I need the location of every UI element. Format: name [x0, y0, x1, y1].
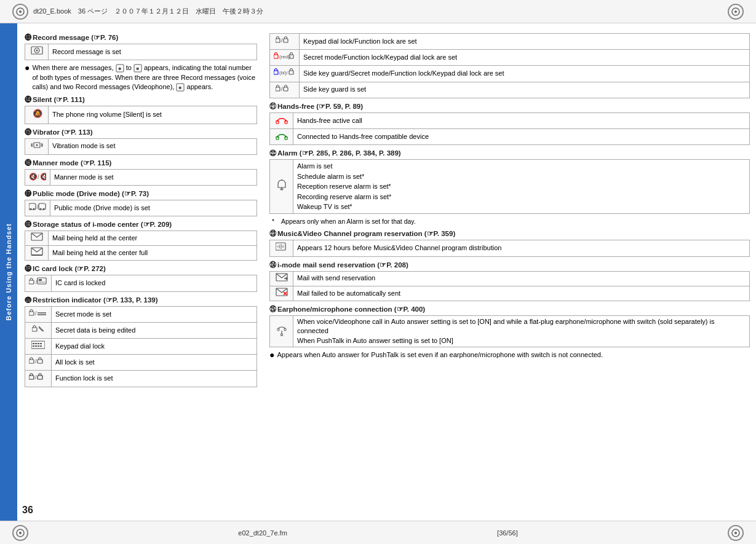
bottom-filename: e02_dt20_7e.fm: [238, 529, 287, 537]
svg-point-3: [734, 10, 737, 13]
sec20-desc5: Function lock is set: [52, 371, 257, 387]
svg-rect-37: [29, 280, 34, 284]
sec15-title: Vibrator (☞P. 113): [33, 128, 93, 136]
alarm-list: Alarm is set Schedule alarm is set* Rece…: [297, 161, 746, 212]
sec19-desc: IC card is locked: [52, 275, 257, 291]
svg-point-1: [19, 10, 22, 13]
sec17-title: Public mode (Drive mode) (☞P. 73): [33, 189, 149, 198]
svg-rect-54: [33, 345, 34, 347]
sec23-num: ㉓: [269, 230, 276, 237]
table-row: Secret data is being edited: [25, 322, 257, 338]
sec13-desc: Record message is set: [49, 44, 257, 60]
sec20-desc1: Secret mode is set: [52, 306, 257, 322]
sec16-table: 🔇 / 🔇 Manner mode is set: [25, 169, 257, 186]
sec24-desc1: Mail with send reservation: [293, 271, 750, 286]
sec20-icon2: [25, 322, 52, 338]
svg-rect-73: [276, 87, 280, 91]
sec18-desc1: Mail being held at the center: [49, 231, 257, 246]
table-row: (bl)/ Side key guard/Secret mode/Functio…: [270, 66, 750, 82]
section-22-header: ㉒ Alarm (☞P. 285, P. 286, P. 384, P. 389…: [269, 149, 750, 157]
sec18-title: Storage status of i-mode center (☞P. 209…: [33, 220, 172, 229]
restriction-cont-table: / Keypad dial lock/Function lock are set…: [269, 33, 750, 98]
svg-text:🔇: 🔇: [40, 172, 46, 181]
sec17-table: / Public mode (Drive mode) is set: [25, 200, 257, 216]
table-row: Alarm is set Schedule alarm is set* Rece…: [270, 160, 750, 214]
sec15-num: ⓯: [25, 128, 31, 136]
svg-point-23: [36, 144, 38, 146]
top-right-corner-circle: [728, 4, 744, 20]
svg-rect-49: [31, 341, 45, 349]
sec23-desc: Appears 12 hours before Music&Video Chan…: [293, 240, 750, 256]
restr-icon1: /: [270, 34, 300, 50]
sec13-title: Record message (☞P. 76): [33, 33, 118, 42]
svg-rect-46: [32, 328, 37, 331]
svg-rect-51: [35, 343, 37, 344]
svg-text:■: ■: [118, 66, 121, 71]
svg-point-33: [43, 208, 45, 210]
sec13-num: ⓭: [25, 34, 31, 41]
sidebar-blue: Before Using the Handset: [0, 23, 17, 521]
sec13-bullet-text: When there are messages, ■ to ■ appears,…: [32, 63, 257, 92]
section-23-header: ㉓ Music&Video Channel program reservatio…: [269, 229, 750, 238]
restr-desc2: Secret mode/Function lock/Keypad dial lo…: [300, 50, 750, 66]
table-row: Vibration mode is set: [25, 138, 257, 154]
left-column: ⓭ Record message (☞P. 76) Record message…: [17, 30, 263, 514]
svg-point-10: [36, 50, 38, 52]
svg-point-5: [19, 532, 22, 534]
svg-point-28: [30, 208, 32, 210]
alarm-line3: Reception reserve alarm is set*: [297, 181, 746, 192]
sec25-table: When voice/Videophone call in Auto answe…: [269, 315, 750, 347]
bottom-left-corner-circle: [12, 525, 28, 541]
table-row: / Function lock is set: [25, 371, 257, 387]
sec16-title: Manner mode (☞P. 115): [33, 159, 111, 167]
top-bar: dt20_E.book 36 ページ ２００７年１２月１２日 水曜日 午後２時３…: [0, 0, 756, 23]
svg-text:/: /: [35, 310, 37, 317]
svg-point-98: [281, 334, 282, 336]
table-row: Mail failed to be automatically sent: [270, 286, 750, 301]
svg-line-47: [39, 326, 44, 331]
table-row: Hands-free active call: [270, 112, 750, 128]
table-row: Mail with send reservation: [270, 271, 750, 286]
restr-desc1: Keypad dial lock/Function lock are set: [300, 34, 750, 50]
sec20-icon5: /: [25, 371, 52, 387]
section-20-header: ⓴ Restriction indicator (☞P. 133, P. 139…: [25, 296, 257, 304]
svg-rect-83: [276, 243, 285, 250]
sec22-num: ㉒: [269, 149, 276, 157]
svg-text:/: /: [35, 358, 37, 365]
top-left-corner-circle: [12, 4, 28, 20]
alarm-line4: Recording reserve alarm is set*: [297, 192, 746, 202]
svg-rect-64: [276, 39, 280, 42]
svg-text:🔇: 🔇: [29, 172, 38, 181]
sec23-table: Appears 12 hours before Music&Video Chan…: [269, 240, 750, 256]
sec20-icon1: /: [25, 306, 52, 322]
bullet-dot: ●: [25, 63, 30, 72]
table-row: / Side key guard is set: [270, 82, 750, 98]
svg-point-29: [33, 208, 35, 210]
sec25-num: ㉕: [269, 306, 276, 313]
table-row: 🔕 The phone ring volume [Silent] is set: [25, 106, 257, 124]
sec16-icon: 🔇 / 🔇: [25, 169, 50, 185]
bottom-pages: [36/56]: [497, 529, 518, 537]
sec24-num: ㉔: [269, 261, 276, 269]
svg-point-32: [40, 208, 42, 210]
sec14-num: ⓮: [25, 96, 31, 103]
table-row: Mail being held at the center: [25, 231, 257, 246]
alarm-line5: Wakeup TV is set*: [297, 202, 746, 212]
sec18-num: ⓲: [25, 221, 31, 228]
svg-rect-58: [29, 360, 34, 363]
right-column: / Keypad dial lock/Function lock are set…: [263, 30, 756, 514]
svg-rect-70: [274, 71, 278, 74]
sec20-desc2: Secret data is being edited: [52, 322, 257, 338]
sec25-line1: When voice/Videophone call in Auto answe…: [297, 317, 746, 336]
sec14-desc: The phone ring volume [Silent] is set: [49, 106, 257, 124]
table-row: / Secret mode is set: [25, 306, 257, 322]
section-17-header: ⓱ Public mode (Drive mode) (☞P. 73): [25, 189, 257, 198]
sec13-icon: [25, 44, 49, 60]
svg-rect-50: [33, 343, 34, 344]
sec19-title: IC card lock (☞P. 272): [33, 264, 106, 273]
section-15-header: ⓯ Vibrator (☞P. 113): [25, 128, 257, 136]
svg-text:■: ■: [136, 66, 139, 71]
svg-text:/: /: [35, 374, 37, 380]
sec14-title: Silent (☞P. 111): [33, 95, 85, 104]
table-row: Mail being held at the center full: [25, 246, 257, 261]
